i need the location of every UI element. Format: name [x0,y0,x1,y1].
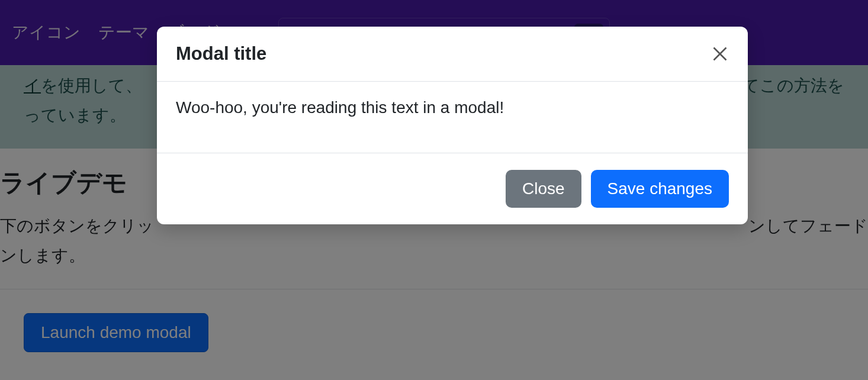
modal-body: Woo-hoo, you're reading this text in a m… [157,82,748,153]
modal-header: Modal title [157,27,748,82]
modal-dialog: Modal title Woo-hoo, you're reading this… [157,27,748,224]
close-button[interactable]: Close [506,170,581,208]
modal-footer: Close Save changes [157,153,748,224]
modal-title: Modal title [176,43,266,65]
close-icon[interactable] [711,45,729,63]
save-changes-button[interactable]: Save changes [591,170,729,208]
